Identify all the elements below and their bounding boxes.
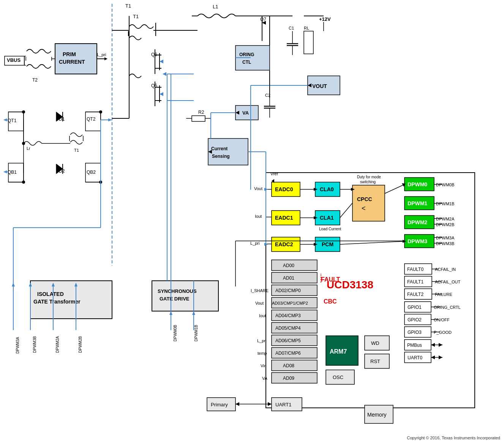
- svg-text:FAULT1: FAULT1: [407, 279, 423, 285]
- diagram-container: VBUS T2 PRIM CURRENT L_pri QT1 QB1 Lr D1…: [0, 0, 504, 442]
- svg-text:EADC1: EADC1: [275, 215, 293, 221]
- svg-text:I_SHARE: I_SHARE: [251, 288, 269, 293]
- svg-text:Iout: Iout: [259, 313, 266, 318]
- svg-text:AD04/CMP3: AD04/CMP3: [275, 313, 301, 318]
- svg-text:QT2: QT2: [87, 116, 96, 122]
- svg-text:GATE DRIVE: GATE DRIVE: [160, 296, 190, 302]
- svg-text:GPIO2: GPIO2: [408, 317, 422, 322]
- svg-text:FAILURE: FAILURE: [435, 292, 452, 297]
- svg-text:T1: T1: [125, 3, 131, 9]
- svg-text:temp: temp: [258, 351, 267, 355]
- svg-text:DPWM2B: DPWM2B: [436, 222, 454, 227]
- svg-text:T1: T1: [74, 148, 79, 153]
- svg-text:Vin: Vin: [261, 363, 267, 368]
- svg-text:Lr: Lr: [27, 146, 30, 151]
- svg-text:Load Current: Load Current: [319, 227, 341, 231]
- svg-text:Vout: Vout: [254, 186, 262, 191]
- svg-text:GATE Transformer: GATE Transformer: [33, 299, 81, 305]
- svg-text:DPWM1: DPWM1: [408, 200, 427, 206]
- svg-text:CTL: CTL: [242, 60, 251, 65]
- svg-text:CPCC: CPCC: [357, 196, 372, 202]
- svg-text:+12V: +12V: [319, 16, 331, 22]
- svg-text:AD07/CMP6: AD07/CMP6: [275, 351, 301, 356]
- svg-text:ON/OFF: ON/OFF: [434, 318, 450, 322]
- svg-text:Iout: Iout: [255, 214, 262, 219]
- svg-text:PMBus: PMBus: [407, 343, 422, 348]
- svg-text:VA: VA: [242, 110, 249, 116]
- svg-text:ISOLATED: ISOLATED: [37, 291, 64, 297]
- svg-text:FAULT: FAULT: [321, 276, 340, 283]
- svg-text:RST: RST: [370, 359, 380, 364]
- svg-text:ACFAIL_OUT: ACFAIL_OUT: [435, 280, 461, 284]
- svg-text:PRIM: PRIM: [63, 51, 76, 57]
- svg-text:RL: RL: [304, 26, 309, 30]
- svg-point-52: [22, 142, 25, 145]
- svg-text:AD00: AD00: [283, 263, 294, 268]
- copyright-text: Copyright © 2016, Texas Instruments Inco…: [407, 436, 500, 440]
- svg-text:UART1: UART1: [275, 402, 291, 407]
- svg-text:DPWM1B: DPWM1B: [436, 201, 454, 206]
- svg-text:GPIO1: GPIO1: [408, 305, 422, 310]
- svg-rect-111: [304, 31, 313, 54]
- svg-point-49: [22, 181, 25, 184]
- svg-text:CBC: CBC: [324, 298, 337, 305]
- svg-rect-152: [352, 185, 385, 221]
- svg-text:DPWM3: DPWM3: [408, 238, 427, 244]
- svg-rect-96: [192, 116, 205, 121]
- svg-text:WD: WD: [371, 340, 379, 346]
- svg-text:T2: T2: [32, 77, 38, 83]
- svg-text:UART0: UART0: [408, 355, 422, 360]
- svg-text:ORING: ORING: [239, 52, 254, 57]
- svg-text:SYNCHRONOUS: SYNCHRONOUS: [158, 288, 197, 294]
- svg-text:DPWM0B: DPWM0B: [173, 325, 177, 341]
- svg-text:AD08: AD08: [283, 363, 294, 368]
- svg-text:FAULT0: FAULT0: [407, 267, 423, 272]
- svg-point-48: [22, 110, 25, 113]
- svg-text:GPIO3: GPIO3: [408, 330, 422, 335]
- svg-text:CURRENT: CURRENT: [59, 59, 85, 65]
- svg-text:Vout: Vout: [255, 301, 264, 305]
- svg-text:L_pri: L_pri: [250, 241, 259, 245]
- svg-text:DPWM2B: DPWM2B: [78, 336, 82, 353]
- svg-text:switching: switching: [360, 180, 376, 184]
- svg-text:R2: R2: [198, 110, 204, 115]
- vbus-label: VBUS: [7, 57, 21, 63]
- svg-text:L_pri: L_pri: [257, 338, 266, 343]
- svg-text:OSC: OSC: [333, 374, 343, 380]
- svg-text:EADC2: EADC2: [275, 241, 293, 247]
- svg-text:C1: C1: [289, 26, 294, 30]
- svg-text:PCM: PCM: [322, 241, 333, 247]
- svg-text:DPWM3B: DPWM3B: [33, 336, 37, 353]
- svg-text:DPWM2: DPWM2: [408, 219, 427, 225]
- svg-text:<: <: [362, 204, 366, 212]
- svg-text:DPWM0B: DPWM0B: [436, 182, 454, 187]
- svg-text:VOUT: VOUT: [312, 83, 327, 89]
- svg-text:AD02/CMP0: AD02/CMP0: [275, 288, 301, 293]
- svg-text:AD05/CMP4: AD05/CMP4: [275, 326, 301, 331]
- svg-text:ARM7: ARM7: [330, 348, 347, 355]
- svg-text:AD09: AD09: [283, 376, 294, 381]
- svg-text:Vref: Vref: [270, 171, 278, 176]
- svg-text:CLA0: CLA0: [320, 186, 334, 192]
- svg-text:DPWM1B: DPWM1B: [194, 325, 198, 341]
- svg-text:L_pri: L_pri: [97, 52, 106, 57]
- svg-text:L1: L1: [213, 4, 218, 9]
- svg-text:Duty for mode: Duty for mode: [357, 175, 381, 179]
- svg-text:AD01: AD01: [283, 275, 294, 281]
- svg-text:T1: T1: [133, 14, 139, 19]
- svg-rect-125: [208, 138, 248, 165]
- svg-text:DPWM0: DPWM0: [408, 181, 427, 187]
- svg-text:VA: VA: [262, 376, 268, 381]
- svg-text:ORING_CRTL: ORING_CRTL: [434, 305, 461, 310]
- svg-text:Current: Current: [211, 146, 228, 151]
- svg-text:CLA1: CLA1: [320, 215, 334, 221]
- svg-text:DPWM3A: DPWM3A: [436, 236, 455, 240]
- svg-text:ACFAIL_IN: ACFAIL_IN: [435, 267, 456, 272]
- svg-text:EADC0: EADC0: [275, 186, 293, 192]
- svg-text:P_GOOD: P_GOOD: [434, 330, 452, 335]
- svg-text:Primary: Primary: [211, 402, 228, 407]
- svg-text:Memory: Memory: [367, 412, 387, 418]
- svg-text:Sensing: Sensing: [212, 154, 230, 159]
- svg-text:DPWM3B: DPWM3B: [436, 241, 454, 246]
- svg-text:DPWM3A: DPWM3A: [16, 337, 20, 354]
